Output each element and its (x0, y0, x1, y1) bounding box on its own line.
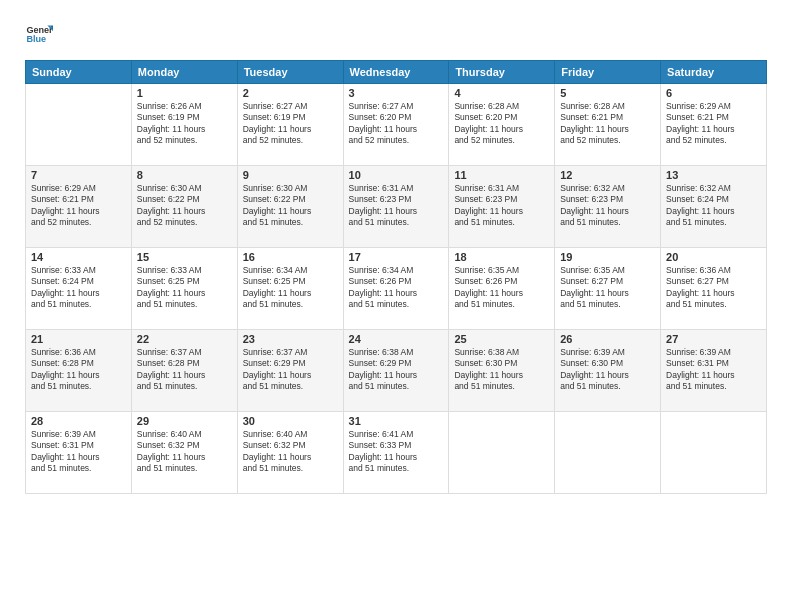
day-info: Sunrise: 6:35 AM Sunset: 6:27 PM Dayligh… (560, 265, 655, 311)
day-info: Sunrise: 6:35 AM Sunset: 6:26 PM Dayligh… (454, 265, 549, 311)
day-info: Sunrise: 6:31 AM Sunset: 6:23 PM Dayligh… (454, 183, 549, 229)
day-info: Sunrise: 6:33 AM Sunset: 6:25 PM Dayligh… (137, 265, 232, 311)
day-number: 11 (454, 169, 549, 181)
day-number: 20 (666, 251, 761, 263)
day-info: Sunrise: 6:39 AM Sunset: 6:30 PM Dayligh… (560, 347, 655, 393)
calendar-table: SundayMondayTuesdayWednesdayThursdayFrid… (25, 60, 767, 494)
calendar-cell: 29Sunrise: 6:40 AM Sunset: 6:32 PM Dayli… (131, 412, 237, 494)
day-number: 29 (137, 415, 232, 427)
day-info: Sunrise: 6:32 AM Sunset: 6:24 PM Dayligh… (666, 183, 761, 229)
calendar-cell: 5Sunrise: 6:28 AM Sunset: 6:21 PM Daylig… (555, 84, 661, 166)
day-info: Sunrise: 6:27 AM Sunset: 6:20 PM Dayligh… (349, 101, 444, 147)
day-info: Sunrise: 6:26 AM Sunset: 6:19 PM Dayligh… (137, 101, 232, 147)
calendar-cell: 20Sunrise: 6:36 AM Sunset: 6:27 PM Dayli… (661, 248, 767, 330)
day-number: 24 (349, 333, 444, 345)
day-number: 2 (243, 87, 338, 99)
calendar-cell: 16Sunrise: 6:34 AM Sunset: 6:25 PM Dayli… (237, 248, 343, 330)
calendar-cell (26, 84, 132, 166)
calendar-week-1: 1Sunrise: 6:26 AM Sunset: 6:19 PM Daylig… (26, 84, 767, 166)
day-info: Sunrise: 6:34 AM Sunset: 6:25 PM Dayligh… (243, 265, 338, 311)
day-number: 18 (454, 251, 549, 263)
calendar-cell: 8Sunrise: 6:30 AM Sunset: 6:22 PM Daylig… (131, 166, 237, 248)
day-number: 27 (666, 333, 761, 345)
calendar-header-tuesday: Tuesday (237, 61, 343, 84)
day-number: 19 (560, 251, 655, 263)
calendar-cell: 7Sunrise: 6:29 AM Sunset: 6:21 PM Daylig… (26, 166, 132, 248)
day-number: 22 (137, 333, 232, 345)
day-number: 8 (137, 169, 232, 181)
day-info: Sunrise: 6:31 AM Sunset: 6:23 PM Dayligh… (349, 183, 444, 229)
day-number: 17 (349, 251, 444, 263)
calendar-cell: 2Sunrise: 6:27 AM Sunset: 6:19 PM Daylig… (237, 84, 343, 166)
day-number: 5 (560, 87, 655, 99)
day-info: Sunrise: 6:39 AM Sunset: 6:31 PM Dayligh… (31, 429, 126, 475)
calendar-week-5: 28Sunrise: 6:39 AM Sunset: 6:31 PM Dayli… (26, 412, 767, 494)
calendar-cell: 17Sunrise: 6:34 AM Sunset: 6:26 PM Dayli… (343, 248, 449, 330)
day-number: 25 (454, 333, 549, 345)
day-number: 16 (243, 251, 338, 263)
calendar-header-sunday: Sunday (26, 61, 132, 84)
calendar-header-row: SundayMondayTuesdayWednesdayThursdayFrid… (26, 61, 767, 84)
day-number: 13 (666, 169, 761, 181)
calendar-week-4: 21Sunrise: 6:36 AM Sunset: 6:28 PM Dayli… (26, 330, 767, 412)
calendar-cell: 19Sunrise: 6:35 AM Sunset: 6:27 PM Dayli… (555, 248, 661, 330)
calendar-cell: 6Sunrise: 6:29 AM Sunset: 6:21 PM Daylig… (661, 84, 767, 166)
day-number: 7 (31, 169, 126, 181)
calendar-week-3: 14Sunrise: 6:33 AM Sunset: 6:24 PM Dayli… (26, 248, 767, 330)
day-number: 3 (349, 87, 444, 99)
calendar-cell (449, 412, 555, 494)
calendar-cell: 22Sunrise: 6:37 AM Sunset: 6:28 PM Dayli… (131, 330, 237, 412)
calendar-header-monday: Monday (131, 61, 237, 84)
day-info: Sunrise: 6:37 AM Sunset: 6:29 PM Dayligh… (243, 347, 338, 393)
day-number: 21 (31, 333, 126, 345)
calendar-cell: 3Sunrise: 6:27 AM Sunset: 6:20 PM Daylig… (343, 84, 449, 166)
svg-text:Blue: Blue (26, 34, 46, 44)
day-info: Sunrise: 6:41 AM Sunset: 6:33 PM Dayligh… (349, 429, 444, 475)
calendar-cell: 14Sunrise: 6:33 AM Sunset: 6:24 PM Dayli… (26, 248, 132, 330)
day-number: 28 (31, 415, 126, 427)
day-number: 14 (31, 251, 126, 263)
header: General Blue (25, 20, 767, 48)
day-info: Sunrise: 6:36 AM Sunset: 6:27 PM Dayligh… (666, 265, 761, 311)
day-number: 10 (349, 169, 444, 181)
calendar-cell: 23Sunrise: 6:37 AM Sunset: 6:29 PM Dayli… (237, 330, 343, 412)
day-info: Sunrise: 6:33 AM Sunset: 6:24 PM Dayligh… (31, 265, 126, 311)
day-number: 23 (243, 333, 338, 345)
calendar-cell: 30Sunrise: 6:40 AM Sunset: 6:32 PM Dayli… (237, 412, 343, 494)
day-info: Sunrise: 6:28 AM Sunset: 6:21 PM Dayligh… (560, 101, 655, 147)
calendar-cell: 21Sunrise: 6:36 AM Sunset: 6:28 PM Dayli… (26, 330, 132, 412)
day-number: 26 (560, 333, 655, 345)
calendar-cell (661, 412, 767, 494)
calendar-cell (555, 412, 661, 494)
calendar-header-friday: Friday (555, 61, 661, 84)
day-info: Sunrise: 6:38 AM Sunset: 6:30 PM Dayligh… (454, 347, 549, 393)
calendar-cell: 4Sunrise: 6:28 AM Sunset: 6:20 PM Daylig… (449, 84, 555, 166)
day-number: 15 (137, 251, 232, 263)
day-number: 4 (454, 87, 549, 99)
day-number: 30 (243, 415, 338, 427)
day-info: Sunrise: 6:29 AM Sunset: 6:21 PM Dayligh… (666, 101, 761, 147)
page: General Blue SundayMondayTuesdayWednesda… (0, 0, 792, 612)
day-info: Sunrise: 6:32 AM Sunset: 6:23 PM Dayligh… (560, 183, 655, 229)
day-info: Sunrise: 6:28 AM Sunset: 6:20 PM Dayligh… (454, 101, 549, 147)
day-number: 31 (349, 415, 444, 427)
calendar-cell: 15Sunrise: 6:33 AM Sunset: 6:25 PM Dayli… (131, 248, 237, 330)
day-info: Sunrise: 6:36 AM Sunset: 6:28 PM Dayligh… (31, 347, 126, 393)
calendar-header-wednesday: Wednesday (343, 61, 449, 84)
day-info: Sunrise: 6:34 AM Sunset: 6:26 PM Dayligh… (349, 265, 444, 311)
calendar-cell: 25Sunrise: 6:38 AM Sunset: 6:30 PM Dayli… (449, 330, 555, 412)
calendar-cell: 31Sunrise: 6:41 AM Sunset: 6:33 PM Dayli… (343, 412, 449, 494)
calendar-cell: 26Sunrise: 6:39 AM Sunset: 6:30 PM Dayli… (555, 330, 661, 412)
logo: General Blue (25, 20, 57, 48)
calendar-cell: 27Sunrise: 6:39 AM Sunset: 6:31 PM Dayli… (661, 330, 767, 412)
calendar-cell: 10Sunrise: 6:31 AM Sunset: 6:23 PM Dayli… (343, 166, 449, 248)
calendar-cell: 13Sunrise: 6:32 AM Sunset: 6:24 PM Dayli… (661, 166, 767, 248)
calendar-cell: 24Sunrise: 6:38 AM Sunset: 6:29 PM Dayli… (343, 330, 449, 412)
day-number: 6 (666, 87, 761, 99)
day-info: Sunrise: 6:38 AM Sunset: 6:29 PM Dayligh… (349, 347, 444, 393)
day-number: 12 (560, 169, 655, 181)
day-info: Sunrise: 6:30 AM Sunset: 6:22 PM Dayligh… (243, 183, 338, 229)
calendar-cell: 11Sunrise: 6:31 AM Sunset: 6:23 PM Dayli… (449, 166, 555, 248)
calendar-cell: 18Sunrise: 6:35 AM Sunset: 6:26 PM Dayli… (449, 248, 555, 330)
calendar-cell: 28Sunrise: 6:39 AM Sunset: 6:31 PM Dayli… (26, 412, 132, 494)
